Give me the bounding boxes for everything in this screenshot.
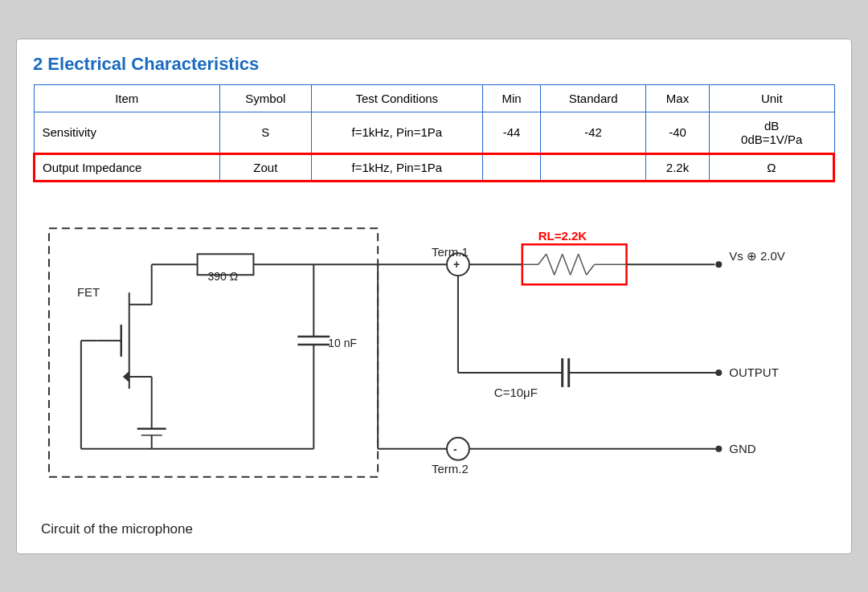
table-cell <box>541 153 646 182</box>
svg-point-45 <box>715 261 722 267</box>
table-header-row: Item Symbol Test Conditions Min Standard… <box>34 84 834 112</box>
svg-text:RL=2.2K: RL=2.2K <box>538 229 588 243</box>
svg-line-38 <box>571 254 579 275</box>
col-header-min: Min <box>483 84 541 112</box>
table-row: SensitivitySf=1kHz, Pin=1Pa-44-42-40dB0d… <box>34 112 834 153</box>
svg-line-34 <box>538 254 547 264</box>
svg-line-35 <box>547 254 555 275</box>
svg-text:C=10μF: C=10μF <box>494 385 538 398</box>
table-cell: dB0dB=1V/Pa <box>709 112 834 153</box>
section-title: 2 Electrical Characteristics <box>33 54 835 75</box>
col-header-standard: Standard <box>541 84 646 112</box>
col-header-item: Item <box>34 84 220 112</box>
svg-line-36 <box>555 254 563 275</box>
table-cell: Zout <box>220 153 312 182</box>
table-row: Output ImpedanceZoutf=1kHz, Pin=1Pa2.2kΩ <box>34 153 834 182</box>
svg-line-40 <box>587 264 595 275</box>
svg-text:FET: FET <box>77 285 100 299</box>
col-header-symbol: Symbol <box>220 84 312 112</box>
col-header-unit: Unit <box>709 84 834 112</box>
svg-text:OUTPUT: OUTPUT <box>729 365 779 378</box>
table-cell: 2.2k <box>646 153 710 182</box>
main-card: 2 Electrical Characteristics Item Symbol… <box>16 39 852 554</box>
svg-point-56 <box>447 437 469 459</box>
svg-line-39 <box>579 254 587 275</box>
svg-point-60 <box>715 445 722 451</box>
table-cell: Output Impedance <box>34 153 220 182</box>
col-header-max: Max <box>646 84 710 112</box>
svg-point-52 <box>715 369 722 375</box>
table-cell: -40 <box>646 112 710 153</box>
table-cell: -42 <box>541 112 646 153</box>
circuit-diagram: FET <box>33 200 835 537</box>
svg-rect-0 <box>49 228 378 476</box>
circuit-caption: Circuit of the microphone <box>41 521 193 537</box>
svg-text:10 nF: 10 nF <box>328 337 357 349</box>
circuit-svg: FET <box>33 200 835 537</box>
svg-line-37 <box>563 254 571 275</box>
table-cell: S <box>220 112 312 153</box>
table-cell: f=1kHz, Pin=1Pa <box>311 153 482 182</box>
electrical-table: Item Symbol Test Conditions Min Standard… <box>33 84 835 182</box>
table-cell: Sensitivity <box>34 112 220 153</box>
svg-text:390 Ω: 390 Ω <box>208 270 239 283</box>
table-cell: -44 <box>483 112 541 153</box>
svg-text:GND: GND <box>729 441 755 455</box>
table-cell: f=1kHz, Pin=1Pa <box>311 112 482 153</box>
table-cell <box>483 153 541 182</box>
svg-text:Term.1: Term.1 <box>432 245 469 259</box>
svg-text:+: + <box>453 258 460 271</box>
svg-text:-: - <box>453 442 457 455</box>
svg-text:Term.2: Term.2 <box>432 461 469 475</box>
svg-marker-9 <box>123 370 129 382</box>
svg-text:Vs ⊕ 2.0V: Vs ⊕ 2.0V <box>729 249 785 263</box>
table-cell: Ω <box>709 153 834 182</box>
col-header-conditions: Test Conditions <box>311 84 482 112</box>
